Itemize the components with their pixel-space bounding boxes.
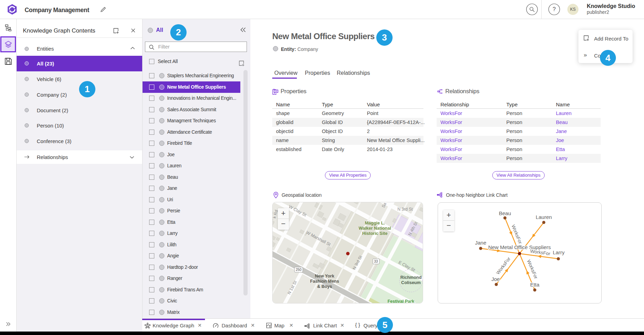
svg-text:250: 250: [296, 268, 302, 272]
svg-text:Lauren: Lauren: [536, 214, 552, 220]
svg-text:33: 33: [374, 259, 378, 263]
svg-text:?: ?: [553, 6, 556, 12]
svg-text:WorksFor: WorksFor: [526, 259, 539, 280]
svg-text:Larry: Larry: [553, 249, 565, 255]
svg-text:N 3rd St: N 3rd St: [397, 207, 413, 212]
svg-text:New York: New York: [315, 274, 334, 279]
svg-text:Jane: Jane: [475, 240, 487, 246]
svg-text:Fashion Mens: Fashion Mens: [310, 279, 339, 284]
svg-text:Etta: Etta: [530, 282, 540, 288]
svg-text:Beau: Beau: [499, 210, 511, 216]
svg-text:Historic Site: Historic Site: [362, 231, 388, 236]
svg-text:Joe: Joe: [491, 276, 500, 282]
svg-text:WorksFor: WorksFor: [510, 224, 523, 245]
svg-text:Festival Park: Festival Park: [387, 299, 414, 303]
svg-text:Richmond: Richmond: [400, 275, 421, 280]
svg-text:& Boys: & Boys: [317, 284, 332, 289]
svg-text:Walker National: Walker National: [359, 226, 391, 231]
svg-text:New Metal Office Suppliers: New Metal Office Suppliers: [488, 244, 551, 250]
svg-text:WorksFor: WorksFor: [495, 256, 512, 275]
svg-text:Maggie L.: Maggie L.: [365, 221, 385, 226]
svg-text:Coliseum: Coliseum: [401, 280, 421, 285]
